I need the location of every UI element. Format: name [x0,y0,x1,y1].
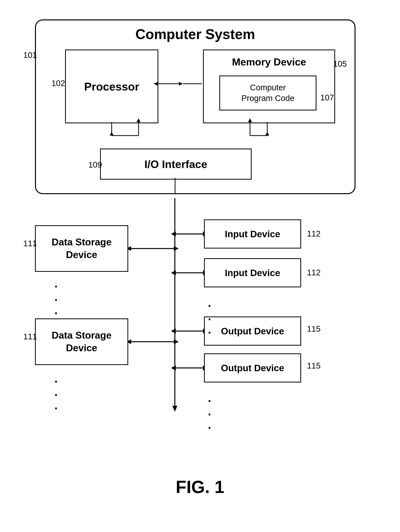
output-device-box-2: Output Device [204,353,301,382]
svg-marker-22 [172,406,177,412]
output-device-box-1: Output Device [204,317,301,346]
data-storage-label-1: Data StorageDevice [52,236,111,261]
data-storage-label-2: Data StorageDevice [52,329,111,354]
ref-112-2: 112 [307,268,321,277]
ref-115-2: 115 [307,361,321,370]
dots-storage-2: ··· [54,375,59,415]
ref-112-1: 112 [307,229,321,238]
figure-caption: FIG. 1 [19,477,381,497]
ref-115-1: 115 [307,324,321,334]
dots-storage-1: ··· [54,280,59,320]
output-device-label-1: Output Device [221,326,284,336]
data-storage-box-1: Data StorageDevice [35,225,128,272]
dots-input: ··· [208,299,212,339]
input-device-box-2: Input Device [204,258,301,287]
svg-marker-40 [174,339,179,344]
output-device-label-2: Output Device [221,363,284,373]
svg-marker-37 [171,365,176,370]
input-device-label-1: Input Device [225,229,280,239]
svg-marker-31 [171,270,176,275]
ref-111-1: 111 [23,239,37,248]
dots-output: ··· [208,394,212,434]
svg-marker-25 [174,246,179,251]
input-device-box-1: Input Device [204,219,301,248]
svg-marker-34 [171,329,176,334]
input-device-label-2: Input Device [225,267,280,278]
data-storage-box-2: Data StorageDevice [35,318,128,365]
ref-111-2: 111 [23,332,37,341]
svg-marker-28 [171,231,176,236]
